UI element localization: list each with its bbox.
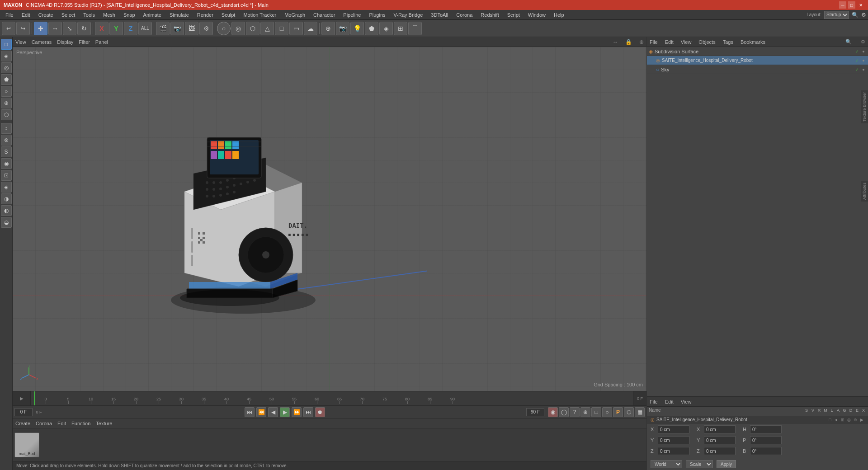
world-dropdown[interactable]: World Object <box>651 460 682 468</box>
z2-pos-input[interactable] <box>704 447 736 455</box>
attr-edit[interactable]: Edit <box>665 399 674 404</box>
menu-motion-tracker[interactable]: Motion Tracker <box>240 11 280 19</box>
sel-icon-1[interactable]: □ <box>827 418 833 422</box>
mat-corona[interactable]: Corona <box>36 421 52 426</box>
z-axis-btn[interactable]: Z <box>124 22 137 35</box>
hex-btn[interactable]: ⬡ <box>624 407 634 417</box>
mat-texture[interactable]: Texture <box>96 421 112 426</box>
motion-clip-btn[interactable]: ⊕ <box>580 407 590 417</box>
menu-3dtoall[interactable]: 3DToAll <box>427 11 452 19</box>
redo-button[interactable]: ↪ <box>16 22 30 35</box>
menu-plugins[interactable]: Plugins <box>365 11 389 19</box>
cube-btn[interactable]: □ <box>275 22 288 35</box>
left-tool-8[interactable]: ⊗ <box>1 135 12 146</box>
current-frame-input[interactable] <box>14 408 33 416</box>
layout-select[interactable]: Startup <box>824 11 849 19</box>
render-btn[interactable]: 🎬 <box>156 22 170 35</box>
object-row-sky[interactable]: ○ Sky ✓ ● <box>647 65 868 74</box>
close-button[interactable]: ✕ <box>857 1 864 9</box>
left-tool-10[interactable]: ◉ <box>1 158 12 169</box>
subdiv-eye-icon[interactable]: ● <box>861 49 866 54</box>
viewport-canvas[interactable]: Perspective X Y Z Grid Spacing : 100 cm <box>13 47 646 391</box>
apply-button[interactable]: Apply <box>717 460 736 468</box>
menu-sculpt[interactable]: Sculpt <box>218 11 239 19</box>
obj-view[interactable]: View <box>681 39 692 45</box>
all-axes-btn[interactable]: ALL <box>138 22 152 35</box>
goto-end-btn[interactable]: ⏭ <box>303 407 313 417</box>
menu-snap[interactable]: Snap <box>120 11 139 19</box>
mat-function[interactable]: Function <box>71 421 90 426</box>
timeline-playhead[interactable] <box>34 391 35 405</box>
grid-btn[interactable]: ▦ <box>635 407 645 417</box>
saite-checkmark-icon[interactable]: ✓ <box>854 58 860 63</box>
cone-btn[interactable]: △ <box>260 22 274 35</box>
obj-tags[interactable]: Tags <box>723 39 733 45</box>
goto-start-btn[interactable]: ⏮ <box>245 407 255 417</box>
sel-icon-5[interactable]: ⊕ <box>853 418 858 422</box>
camera-btn[interactable]: 📷 <box>336 22 349 35</box>
next-frame-btn[interactable]: ⏩ <box>292 407 302 417</box>
h-input[interactable] <box>750 425 782 433</box>
scale-dropdown[interactable]: Scale <box>686 460 713 468</box>
menu-render[interactable]: Render <box>193 11 217 19</box>
sel-icon-4[interactable]: ◎ <box>846 418 852 422</box>
render-view-btn[interactable]: 🖼 <box>185 22 198 35</box>
attributes-tab[interactable]: Attributes <box>861 181 868 202</box>
minimize-button[interactable]: ─ <box>839 1 846 9</box>
left-tool-13[interactable]: ◑ <box>1 193 12 204</box>
left-tool-5[interactable]: ⊕ <box>1 98 12 108</box>
move-tool[interactable]: ↔ <box>48 22 62 35</box>
menu-animate[interactable]: Animate <box>140 11 165 19</box>
record-circle-btn[interactable]: ◯ <box>559 407 569 417</box>
menu-edit[interactable]: Edit <box>18 11 34 19</box>
obj-bookmarks[interactable]: Bookmarks <box>741 39 765 45</box>
menu-character[interactable]: Character <box>310 11 339 19</box>
left-tool-4[interactable]: ○ <box>1 86 12 97</box>
menu-corona[interactable]: Corona <box>453 11 476 19</box>
menu-help[interactable]: Help <box>550 11 568 19</box>
render-region-btn[interactable]: 📷 <box>170 22 184 35</box>
sky-checkmark-icon[interactable]: ✓ <box>854 67 860 72</box>
filter-menu[interactable]: Filter <box>79 39 90 45</box>
left-tool-3[interactable]: ⬟ <box>1 74 12 85</box>
rotate-tool[interactable]: ↻ <box>77 22 91 35</box>
left-tool-14[interactable]: ◐ <box>1 205 12 216</box>
torus-btn[interactable]: ◎ <box>231 22 245 35</box>
menu-mesh[interactable]: Mesh <box>99 11 119 19</box>
scale-tool[interactable]: ⤡ <box>63 22 76 35</box>
spline-btn[interactable]: ⌒ <box>408 22 422 35</box>
left-tool-6[interactable]: ⬡ <box>1 109 12 120</box>
layout-settings-icon[interactable]: ⚙ <box>861 12 866 18</box>
mat-edit[interactable]: Edit <box>57 421 66 426</box>
panel-menu[interactable]: Panel <box>95 39 108 45</box>
menu-select[interactable]: Select <box>58 11 79 19</box>
y-axis-btn[interactable]: Y <box>109 22 123 35</box>
z-pos-input[interactable] <box>658 447 689 455</box>
menu-window[interactable]: Window <box>524 11 549 19</box>
x-pos-input[interactable] <box>658 425 689 433</box>
sphere-btn[interactable]: ○ <box>217 22 231 35</box>
display-menu[interactable]: Display <box>57 39 73 45</box>
layout-search-icon[interactable]: 🔍 <box>852 12 859 18</box>
sel-icon-3[interactable]: ⊞ <box>840 418 845 422</box>
left-tool-0[interactable]: □ <box>1 39 12 50</box>
auto-key-btn[interactable]: ○ <box>602 407 612 417</box>
viewport-expand-icon[interactable]: ↔ <box>613 39 618 45</box>
help-btn[interactable]: ? <box>570 407 580 417</box>
obj-search-icon[interactable]: 🔍 <box>845 39 852 45</box>
obj-edit[interactable]: Edit <box>665 39 674 45</box>
end-frame-input[interactable] <box>526 408 544 416</box>
subdiv-checkmark-icon[interactable]: ✓ <box>854 49 860 54</box>
left-tool-2[interactable]: ◎ <box>1 62 12 73</box>
timeline-key-btn[interactable]: □ <box>591 407 601 417</box>
sky-btn[interactable]: ☁ <box>304 22 317 35</box>
light-btn[interactable]: 💡 <box>350 22 364 35</box>
menu-redshift[interactable]: Redshift <box>477 11 502 19</box>
cylinder-btn[interactable]: ⬡ <box>246 22 259 35</box>
menu-pipeline[interactable]: Pipeline <box>340 11 364 19</box>
record-btn[interactable]: ⏺ <box>315 407 325 417</box>
left-tool-12[interactable]: ◈ <box>1 182 12 193</box>
attr-file[interactable]: File <box>650 399 658 404</box>
menu-create[interactable]: Create <box>35 11 57 19</box>
record-active-btn[interactable]: ◉ <box>548 407 558 417</box>
